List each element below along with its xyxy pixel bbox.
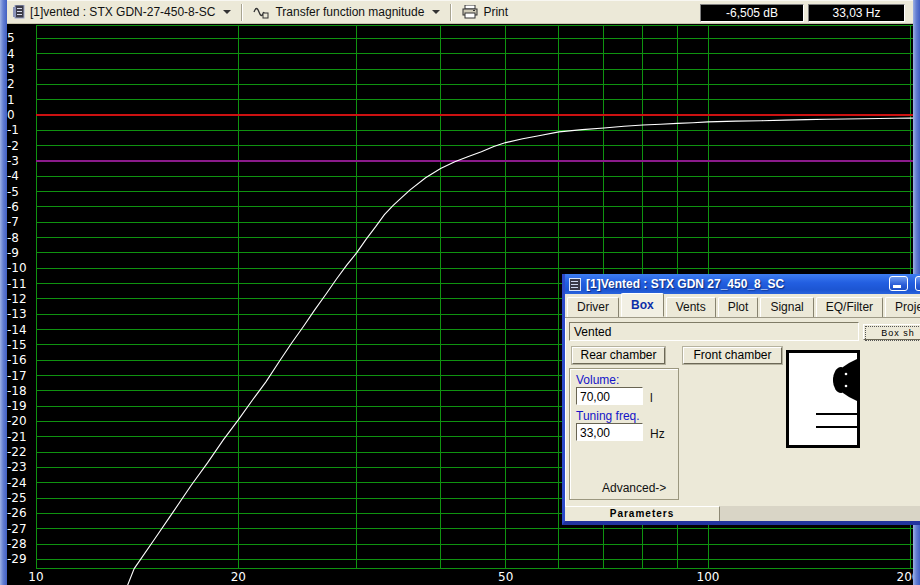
svg-text:1: 1 (7, 93, 15, 107)
svg-text:-10: -10 (7, 261, 27, 275)
svg-text:50: 50 (498, 570, 513, 584)
svg-text:-17: -17 (7, 369, 27, 383)
maximize-button-clipped[interactable] (915, 276, 920, 291)
print-icon (462, 5, 478, 19)
svg-text:-12: -12 (7, 292, 27, 306)
volume-input[interactable]: 70,00 (576, 387, 643, 405)
dialog-titlebar[interactable]: [1]Vented : STX GDN 27_450_8_SC (565, 274, 920, 294)
tab-driver[interactable]: Driver (567, 297, 619, 317)
svg-text:-25: -25 (7, 491, 27, 505)
box-shape-button-clipped[interactable]: Box sh (863, 324, 920, 340)
dialog-icon (569, 278, 581, 291)
svg-text:3: 3 (7, 62, 15, 76)
project-selector-label: [1]vented : STX GDN-27-450-8-SC (30, 5, 215, 19)
tab-vents[interactable]: Vents (666, 297, 716, 317)
toolbar: [1]vented : STX GDN-27-450-8-SC Transfer… (7, 0, 913, 24)
tab-eq-filter[interactable]: EQ/Filter (816, 297, 883, 317)
tab-box[interactable]: Box (621, 293, 664, 317)
svg-text:-20: -20 (7, 414, 27, 428)
svg-text:-23: -23 (7, 460, 27, 474)
box-diagram (786, 350, 860, 448)
tab-plot[interactable]: Plot (718, 297, 759, 317)
svg-text:0: 0 (7, 108, 15, 122)
svg-text:-5: -5 (7, 185, 19, 199)
print-label: Print (483, 5, 508, 19)
svg-text:100: 100 (697, 570, 720, 584)
volume-label: Volume: (576, 373, 619, 387)
svg-text:-22: -22 (7, 445, 27, 459)
tuning-input[interactable]: 33,00 (576, 423, 643, 441)
svg-text:20: 20 (231, 570, 246, 584)
advanced-link[interactable]: Advanced-> (602, 481, 666, 495)
speaker-box-drawing (789, 353, 857, 445)
svg-text:10: 10 (28, 570, 43, 584)
svg-text:-28: -28 (7, 537, 27, 551)
vent-line-bottom (816, 426, 857, 428)
svg-text:2: 2 (7, 77, 15, 91)
tuning-label: Tuning freq. (576, 409, 640, 423)
sine-wave-icon (253, 5, 270, 19)
dialog-bottom-bar: Parameters (565, 506, 920, 521)
svg-text:5: 5 (7, 31, 15, 45)
magnitude-readout: -6,505 dB (700, 4, 804, 22)
svg-text:-26: -26 (7, 506, 27, 520)
svg-text:-1: -1 (7, 123, 19, 137)
svg-text:-14: -14 (7, 323, 27, 337)
svg-text:-24: -24 (7, 476, 27, 490)
frequency-readout: 33,03 Hz (808, 4, 905, 22)
svg-text:-27: -27 (7, 522, 27, 536)
graph-type-label: Transfer function magnitude (275, 5, 424, 19)
front-chamber-button[interactable]: Front chamber (683, 347, 782, 364)
toolbar-separator (450, 4, 452, 21)
tab-project[interactable]: Project (885, 297, 920, 317)
volume-unit: l (650, 391, 653, 405)
parameters-panel-header[interactable]: Parameters (565, 506, 720, 521)
project-icon (13, 5, 25, 19)
window-border-left (0, 0, 7, 585)
svg-text:-18: -18 (7, 384, 27, 398)
svg-text:-4: -4 (7, 169, 19, 183)
project-selector[interactable]: [1]vented : STX GDN-27-450-8-SC (7, 1, 237, 23)
graph-type-selector[interactable]: Transfer function magnitude (247, 1, 446, 23)
dialog-title: [1]Vented : STX GDN 27_450_8_SC (586, 277, 784, 291)
svg-text:-13: -13 (7, 307, 27, 321)
svg-text:-11: -11 (7, 277, 27, 291)
box-tab-content: Vented Box sh Rear chamber Front chamber… (565, 318, 920, 506)
svg-text:-9: -9 (7, 246, 19, 260)
tuning-unit: Hz (650, 427, 665, 441)
box-type-field[interactable]: Vented (569, 322, 859, 341)
chevron-down-icon (223, 10, 231, 14)
svg-text:-16: -16 (7, 353, 27, 367)
svg-text:-29: -29 (7, 552, 27, 566)
toolbar-separator (241, 4, 243, 21)
svg-text:-2: -2 (7, 139, 19, 153)
dialog-tabs: Driver Box Vents Plot Signal EQ/Filter P… (565, 294, 920, 318)
svg-text:-6: -6 (7, 200, 19, 214)
vented-box-dialog: [1]Vented : STX GDN 27_450_8_SC Driver B… (562, 274, 920, 525)
winisd-main-window: { "toolbar": { "project_selector": "[1]v… (0, 0, 920, 585)
tab-signal[interactable]: Signal (760, 297, 813, 317)
print-button[interactable]: Print (456, 1, 514, 23)
svg-text:-15: -15 (7, 338, 27, 352)
svg-text:-21: -21 (7, 430, 27, 444)
rear-chamber-button[interactable]: Rear chamber (572, 347, 665, 364)
svg-text:-8: -8 (7, 231, 19, 245)
minimize-button[interactable] (889, 276, 908, 291)
svg-text:-19: -19 (7, 399, 27, 413)
chevron-down-icon (432, 10, 440, 14)
svg-text:-7: -7 (7, 215, 19, 229)
svg-text:-3: -3 (7, 154, 19, 168)
svg-text:4: 4 (7, 47, 15, 61)
vent-line-top (816, 413, 857, 415)
